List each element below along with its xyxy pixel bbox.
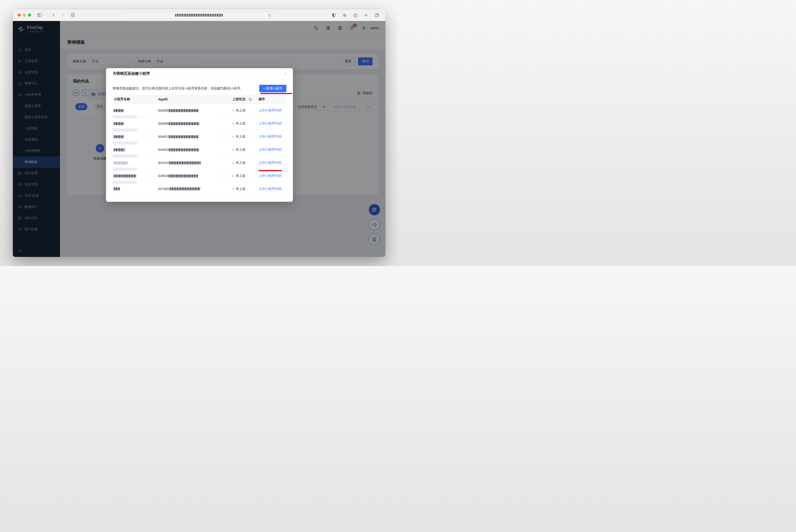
back-button[interactable] — [51, 13, 56, 18]
miniapp-row: 6374b5未上架上传小程序代码 — [113, 183, 286, 195]
redacted-appid — [169, 148, 199, 151]
help-icon[interactable]: ? — [248, 98, 252, 101]
status-dot-icon — [232, 149, 234, 151]
upload-code-link[interactable]: 上传小程序代码 — [259, 161, 281, 165]
status-dot-icon — [232, 175, 234, 177]
miniapp-row: 63ef02未上架上传小程序代码 — [113, 130, 286, 143]
redacted-url — [175, 14, 223, 17]
appid-prefix: 63ef08 — [158, 109, 168, 112]
upload-code-link[interactable]: 上传小程序代码 — [259, 108, 281, 113]
browser-toolbar-right — [331, 10, 379, 21]
upload-code-link[interactable]: 上传小程序代码 — [259, 174, 281, 178]
modal-body: 营销页面创建成功，您可以将页面内容上传至对应小程序更新内容，或创建为新的小程序。… — [106, 85, 293, 195]
miniapp-row: 63ef02未上架上传小程序代码 — [113, 143, 286, 156]
status-label: 未上架 — [236, 174, 245, 178]
redacted-appid — [169, 122, 200, 125]
redacted-miniapp-name — [114, 187, 120, 190]
upload-code-link[interactable]: 上传小程序代码 — [259, 134, 281, 139]
appid-prefix: 638f2d — [158, 174, 168, 178]
zoom-window-button[interactable] — [28, 14, 31, 17]
miniapp-row: 63ef08未上架上传小程序代码 — [113, 104, 286, 117]
new-tab-icon[interactable] — [364, 13, 368, 18]
upload-code-link[interactable]: 上传小程序代码 — [259, 121, 281, 126]
annotation-underline — [261, 93, 292, 94]
status-label: 未上架 — [236, 148, 245, 152]
sidebar-menu-chevron-icon[interactable] — [43, 14, 46, 17]
appid-prefix: 63c518 — [158, 161, 169, 165]
add-miniapp-button[interactable]: + 新增小程序 — [259, 85, 286, 92]
redacted-appid — [169, 135, 198, 138]
modal-description: 营销页面创建成功，您可以将页面内容上传至对应小程序更新内容，或创建为新的小程序。 — [113, 87, 243, 91]
modal-title: 为营销页面创建小程序 — [113, 71, 150, 76]
annotation-underline — [259, 170, 282, 171]
status-label: 未上架 — [236, 187, 245, 191]
upload-code-link[interactable]: 上传小程序代码 — [259, 187, 281, 191]
col-appid: AppID — [157, 97, 231, 101]
appid-prefix: 63ef08 — [158, 122, 168, 126]
create-miniapp-modal: 为营销页面创建小程序 营销页面创建成功，您可以将页面内容上传至对应小程序更新内容… — [106, 68, 293, 202]
redacted-miniapp-name — [114, 148, 125, 151]
col-status: 上架状态 ? — [231, 97, 258, 101]
status-label: 未上架 — [236, 134, 245, 139]
col-miniapp-name: 小程序名称 — [113, 97, 157, 101]
table-header: 小程序名称 AppID 上架状态 ? 操作 — [113, 95, 286, 104]
status-label: 未上架 — [236, 161, 245, 165]
browser-toolbar — [13, 10, 385, 21]
redacted-miniapp-name — [114, 109, 124, 112]
modal-header: 为营销页面创建小程序 — [106, 68, 293, 79]
miniapp-row: 638f2d未上架上传小程序代码 — [113, 169, 286, 183]
settings-gear-icon[interactable] — [342, 13, 347, 18]
status-dot-icon — [232, 110, 234, 111]
status-dot-icon — [232, 188, 234, 190]
toolbar-divider — [48, 13, 48, 18]
table-rows: 63ef08未上架上传小程序代码63ef08未上架上传小程序代码63ef02未上… — [113, 104, 286, 195]
miniapp-table: 小程序名称 AppID 上架状态 ? 操作 63ef08未上架上传小程序代码63… — [113, 95, 286, 195]
status-dot-icon — [232, 123, 234, 125]
miniapp-row: 63ef08未上架上传小程序代码 — [113, 117, 286, 130]
minimize-window-button[interactable] — [23, 14, 26, 17]
browser-window: FinClip 小程序开放平台 首页工单管理运营管理费用中心小程序管理我的小程序… — [13, 10, 385, 257]
window-controls — [18, 14, 31, 17]
redacted-miniapp-name — [114, 135, 124, 138]
reload-icon[interactable] — [268, 14, 271, 17]
shield-icon[interactable] — [331, 13, 336, 18]
miniapp-row: 63c518未上架上传小程序代码 — [113, 156, 286, 169]
privacy-shield-pause-icon[interactable] — [70, 12, 75, 18]
col-action: 操作 — [258, 97, 286, 101]
redacted-miniapp-name — [114, 174, 136, 177]
status-dot-icon — [232, 136, 234, 137]
address-bar[interactable] — [124, 12, 274, 19]
share-icon[interactable] — [353, 13, 358, 18]
redacted-appid — [169, 174, 198, 177]
close-window-button[interactable] — [18, 14, 21, 17]
redacted-appid — [169, 109, 198, 112]
forward-button[interactable] — [60, 13, 65, 18]
close-icon[interactable] — [284, 72, 288, 76]
status-label: 未上架 — [236, 121, 245, 126]
appid-prefix: 6374b5 — [158, 187, 169, 191]
tab-overview-icon[interactable] — [374, 13, 379, 18]
redacted-miniapp-name — [114, 122, 124, 125]
status-label: 未上架 — [236, 108, 245, 113]
redacted-miniapp-name — [114, 162, 127, 165]
redacted-appid — [169, 162, 201, 165]
upload-code-link[interactable]: 上传小程序代码 — [259, 148, 281, 152]
sidebar-toggle-icon[interactable] — [37, 13, 42, 18]
redacted-appid — [170, 187, 201, 190]
appid-prefix: 63ef02 — [158, 148, 168, 152]
appid-prefix: 63ef02 — [158, 135, 168, 138]
status-dot-icon — [232, 162, 234, 164]
